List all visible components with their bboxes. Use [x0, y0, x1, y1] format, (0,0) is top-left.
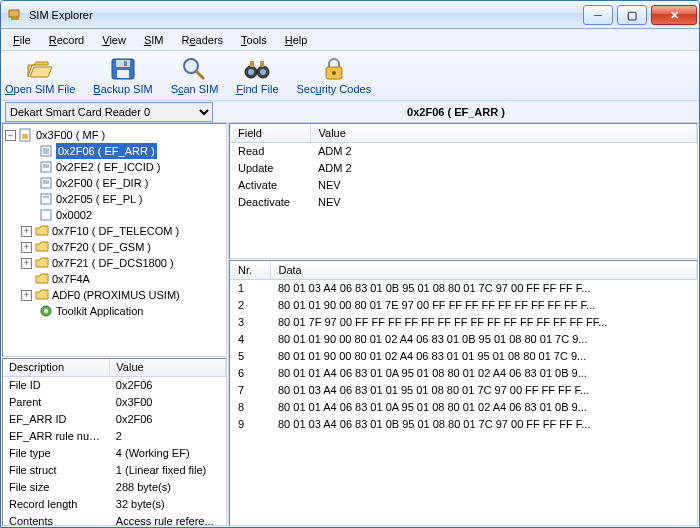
reader-select[interactable]: Dekart Smart Card Reader 0 — [5, 102, 213, 122]
col-nr[interactable]: Nr. — [230, 261, 270, 280]
desc-row[interactable]: File size288 byte(s) — [3, 478, 226, 495]
menubar: File Record View SIM Readers Tools Help — [1, 29, 699, 51]
tree-node-0002[interactable]: 0x0002 — [5, 207, 224, 223]
menu-readers[interactable]: Readers — [173, 32, 231, 48]
record-row[interactable]: 380 01 7F 97 00 FF FF FF FF FF FF FF FF … — [230, 314, 697, 331]
tree-node-df-telecom[interactable]: +0x7F10 ( DF_TELECOM ) — [5, 223, 224, 239]
tree-node-toolkit[interactable]: Toolkit Application — [5, 303, 224, 319]
collapse-icon[interactable]: − — [5, 130, 16, 141]
field-row[interactable]: ReadADM 2 — [230, 143, 697, 160]
window-title: SIM Explorer — [29, 9, 581, 21]
current-file-label: 0x2F06 ( EF_ARR ) — [213, 106, 699, 118]
expand-icon[interactable]: + — [21, 226, 32, 237]
tool-scan-sim[interactable]: Scan SIM — [171, 57, 219, 98]
record-row[interactable]: 980 01 03 A4 06 83 01 0B 95 01 08 80 01 … — [230, 416, 697, 433]
record-row[interactable]: 480 01 01 90 00 80 01 02 A4 06 83 01 0B … — [230, 331, 697, 348]
desc-row[interactable]: EF_ARR rule number2 — [3, 427, 226, 444]
desc-row[interactable]: Record length32 byte(s) — [3, 495, 226, 512]
tree-node-mf[interactable]: −0x3F00 ( MF ) — [5, 127, 224, 143]
expand-icon[interactable]: + — [21, 258, 32, 269]
desc-row[interactable]: EF_ARR ID0x2F06 — [3, 410, 226, 427]
file-icon — [39, 160, 53, 174]
col-description[interactable]: Description — [3, 359, 110, 376]
desc-row[interactable]: Parent0x3F00 — [3, 393, 226, 410]
file-icon — [39, 176, 53, 190]
svg-point-13 — [260, 69, 266, 75]
maximize-button[interactable]: ▢ — [617, 5, 647, 25]
tool-backup-sim[interactable]: Backup SIM — [93, 57, 152, 98]
menu-help[interactable]: Help — [277, 32, 316, 48]
content-area: −0x3F00 ( MF ) 0x2F06 ( EF_ARR ) 0x2FE2 … — [1, 123, 699, 527]
svg-rect-17 — [22, 134, 28, 139]
record-row[interactable]: 580 01 01 90 00 80 01 02 A4 06 83 01 01 … — [230, 348, 697, 365]
record-row[interactable]: 680 01 01 A4 06 83 01 0A 95 01 08 80 01 … — [230, 365, 697, 382]
tree-node-adf0[interactable]: +ADF0 (PROXIMUS USIM) — [5, 287, 224, 303]
expand-icon[interactable]: + — [21, 290, 32, 301]
svg-rect-4 — [117, 70, 129, 78]
gear-icon — [39, 304, 53, 318]
svg-point-32 — [44, 309, 48, 313]
minimize-button[interactable]: ─ — [583, 5, 613, 25]
left-pane: −0x3F00 ( MF ) 0x2F06 ( EF_ARR ) 0x2FE2 … — [1, 123, 229, 527]
field-row[interactable]: DeactivateNEV — [230, 194, 697, 211]
desc-row[interactable]: ContentsAccess rule refere... — [3, 512, 226, 526]
tool-find-file[interactable]: Find File — [236, 57, 278, 98]
tool-open-sim-file[interactable]: Open SIM File — [5, 57, 75, 98]
file-icon — [39, 192, 53, 206]
tree-node-ef-iccid[interactable]: 0x2FE2 ( EF_ICCID ) — [5, 159, 224, 175]
field-row[interactable]: ActivateNEV — [230, 177, 697, 194]
tree-node-ef-dir[interactable]: 0x2F00 ( EF_DIR ) — [5, 175, 224, 191]
svg-rect-1 — [11, 17, 19, 20]
expand-icon[interactable]: + — [21, 242, 32, 253]
svg-rect-5 — [124, 61, 127, 66]
menu-sim[interactable]: SIM — [136, 32, 172, 48]
app-icon — [7, 7, 23, 23]
svg-point-15 — [332, 71, 336, 75]
sim-tree[interactable]: −0x3F00 ( MF ) 0x2F06 ( EF_ARR ) 0x2FE2 … — [2, 123, 227, 357]
col-value[interactable]: Value — [310, 124, 697, 143]
tool-security-codes[interactable]: Security Codes — [297, 57, 372, 98]
desc-row[interactable]: File ID0x2F06 — [3, 376, 226, 393]
menu-record[interactable]: Record — [41, 32, 92, 48]
svg-rect-0 — [9, 10, 19, 17]
tree-node-ef-pl[interactable]: 0x2F05 ( EF_PL ) — [5, 191, 224, 207]
col-field[interactable]: Field — [230, 124, 310, 143]
tree-node-7f4a[interactable]: 0x7F4A — [5, 271, 224, 287]
folder-icon — [35, 288, 49, 302]
records-table: Nr.Data 180 01 03 A4 06 83 01 0B 95 01 0… — [230, 261, 697, 433]
desc-row[interactable]: File type4 (Working EF) — [3, 444, 226, 461]
close-button[interactable]: ✕ — [651, 5, 697, 25]
records-panel: Nr.Data 180 01 03 A4 06 83 01 0B 95 01 0… — [229, 260, 698, 526]
binoculars-icon — [243, 57, 271, 81]
tree-node-ef-arr[interactable]: 0x2F06 ( EF_ARR ) — [5, 143, 224, 159]
record-row[interactable]: 880 01 01 A4 06 83 01 0A 95 01 08 80 01 … — [230, 399, 697, 416]
tree-node-df-gsm[interactable]: +0x7F20 ( DF_GSM ) — [5, 239, 224, 255]
folder-icon — [35, 224, 49, 238]
magnifier-icon — [180, 57, 208, 81]
menu-view[interactable]: View — [94, 32, 134, 48]
app-window: SIM Explorer ─ ▢ ✕ File Record View SIM … — [0, 0, 700, 528]
file-icon — [39, 144, 53, 158]
svg-rect-3 — [116, 60, 130, 67]
right-pane: FieldValue ReadADM 2 UpdateADM 2 Activat… — [229, 123, 699, 527]
tree-node-df-dcs1800[interactable]: +0x7F21 ( DF_DCS1800 ) — [5, 255, 224, 271]
window-controls: ─ ▢ ✕ — [581, 1, 699, 28]
svg-point-6 — [184, 59, 198, 73]
record-row[interactable]: 280 01 01 90 00 80 01 7E 97 00 FF FF FF … — [230, 297, 697, 314]
svg-line-7 — [196, 71, 204, 79]
record-row[interactable]: 780 01 03 A4 06 83 01 01 95 01 08 80 01 … — [230, 382, 697, 399]
lock-icon — [320, 57, 348, 81]
col-data[interactable]: Data — [270, 261, 697, 280]
field-row[interactable]: UpdateADM 2 — [230, 160, 697, 177]
description-table: DescriptionValue File ID0x2F06 Parent0x3… — [3, 359, 226, 526]
svg-rect-30 — [41, 210, 51, 220]
menu-file[interactable]: File — [5, 32, 39, 48]
folder-icon — [35, 240, 49, 254]
menu-tools[interactable]: Tools — [233, 32, 275, 48]
col-value[interactable]: Value — [110, 359, 226, 376]
desc-row[interactable]: File struct1 (Linear fixed file) — [3, 461, 226, 478]
record-row[interactable]: 180 01 03 A4 06 83 01 0B 95 01 08 80 01 … — [230, 280, 697, 297]
folder-open-icon — [26, 57, 54, 81]
description-panel: DescriptionValue File ID0x2F06 Parent0x3… — [2, 358, 227, 526]
svg-rect-10 — [250, 61, 254, 67]
